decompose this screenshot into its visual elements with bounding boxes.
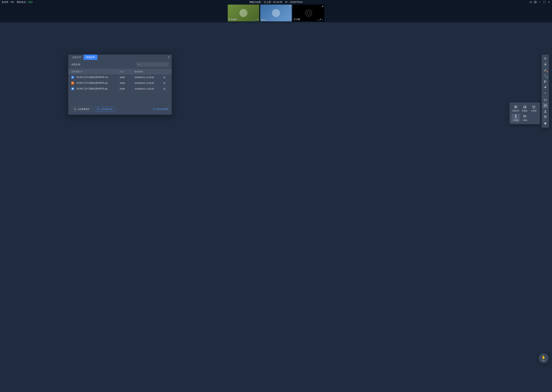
file-row[interactable]: W 2019年工作汇报情况查询等等.doc 200M 2020/06/23 12… (68, 74, 172, 80)
tool-move[interactable] (542, 62, 548, 67)
svg-point-17 (545, 117, 545, 117)
file-type-icon: 🖼 (71, 87, 74, 90)
tool-timer[interactable]: 计时器 (511, 114, 520, 122)
color-indicator-icon (546, 71, 548, 72)
alarm-icon (532, 105, 536, 109)
svg-point-14 (545, 93, 546, 94)
topbar-center-group: 神秘大自然 已上课：02:34:09 ID：2020070324 (249, 0, 302, 4)
tool-chat[interactable] (542, 114, 548, 120)
search-input-wrapper[interactable] (137, 62, 169, 67)
packet-loss-label: 丢包率： (1, 1, 11, 3)
upload-dynamic-button[interactable]: 上传动效文件 (94, 107, 115, 112)
tool-eraser[interactable] (542, 84, 548, 90)
file-name: 2019年工作汇报情况查询等等.doc (76, 76, 108, 79)
file-table-header: 文件名称 ▾ 大小 修改时间 (68, 69, 172, 74)
dialog-close-icon[interactable]: ✕ (168, 56, 170, 59)
minimize-icon[interactable] (538, 1, 541, 3)
svg-point-1 (535, 2, 536, 2)
search-icon (138, 63, 140, 66)
hand-raise-button[interactable]: ✋ 0/2 (538, 353, 549, 363)
packet-loss-value: 0% (11, 1, 14, 3)
participant-tile[interactable]: 叮当老师 ≡ 🎤 (228, 5, 259, 21)
col-header-name[interactable]: 文件名称 ▾ (71, 70, 120, 73)
participant-name: 叮当老师 (228, 18, 237, 21)
col-header-size[interactable]: 大小 (120, 70, 135, 73)
record-icon[interactable] (529, 1, 532, 3)
tool-screen-share[interactable]: 屏幕共享 (511, 104, 520, 113)
room-id-value: 2020070324 (290, 1, 303, 3)
signal-icon: ≡ (317, 19, 318, 21)
file-time: 2020/06/23 12:09:09 (135, 82, 163, 84)
col-header-time[interactable]: 修改时间 (135, 70, 163, 73)
tool-label: 小黑板 (522, 119, 527, 122)
search-input[interactable] (141, 63, 167, 66)
participant-tile[interactable]: ✕ Nina ◎ 🎤 (260, 5, 292, 21)
svg-point-12 (544, 80, 545, 81)
network-status: 网络状态：良好 (17, 0, 33, 4)
tool-responder[interactable]: 抢答器 (530, 104, 538, 113)
tool-answer[interactable]: 答题器 (520, 104, 529, 113)
screen-share-icon (514, 105, 518, 109)
color-indicator-icon (546, 77, 548, 78)
delete-icon[interactable]: 🗑 (163, 76, 166, 79)
file-type-icon: P (71, 82, 74, 84)
svg-point-18 (545, 117, 545, 117)
file-name: 2019年工作汇报情况查询等等.ppt (76, 82, 108, 84)
tool-label: 抢答器 (531, 110, 537, 112)
topbar-left-group: 丢包率：0% 网络状态：良好 (1, 0, 33, 4)
room-title: 神秘大自然 (249, 0, 261, 4)
tool-bell[interactable] (542, 121, 548, 126)
file-size: 200M (120, 88, 135, 90)
svg-point-3 (138, 64, 139, 65)
svg-rect-11 (524, 115, 526, 117)
participant-status-icons: ≡ 🎤 (254, 19, 258, 21)
tool-users[interactable] (542, 108, 548, 114)
hourglass-icon (514, 114, 518, 118)
tool-toolbox[interactable] (542, 103, 548, 108)
file-row[interactable]: 🖼 2019年工作汇报情况查询等等.jpg 200M 2020/06/23 12… (68, 86, 172, 92)
tool-pointer[interactable] (542, 56, 548, 62)
fullscreen-icon[interactable] (543, 1, 546, 3)
tool-label: 计时器 (513, 119, 518, 122)
tool-label: 答题器 (522, 110, 527, 112)
file-row[interactable]: P 2019年工作汇报情况查询等等.ppt 200M 2020/06/23 12… (68, 80, 172, 86)
classed-value: 02:34:09 (273, 1, 282, 3)
delete-icon[interactable]: 🗑 (163, 82, 166, 84)
dialog-footer: 上传普通课件 上传动效文件 文件支持类型 (68, 103, 172, 115)
signal-icon: ≡ (254, 19, 255, 21)
svg-point-13 (544, 82, 545, 83)
participant-name: 王小明 (294, 18, 300, 21)
delete-icon[interactable]: 🗑 (163, 87, 166, 90)
tool-blackboard[interactable]: 小黑板 (520, 114, 529, 122)
file-time: 2020/06/23 12:09:09 (135, 88, 163, 90)
upload-normal-button[interactable]: 上传普通课件 (71, 107, 92, 112)
room-id: ID：2020070324 (285, 0, 303, 4)
participant-status-icons: ≡ 🎤 🎙 (317, 19, 324, 21)
tab-local-files[interactable]: 本地文件 (84, 55, 97, 60)
tool-pen[interactable] (542, 67, 548, 73)
svg-point-16 (545, 110, 546, 111)
supported-types-link[interactable]: 文件支持类型 (153, 108, 169, 111)
tool-folder[interactable] (542, 97, 548, 103)
mic-icon: 🎤 (289, 19, 291, 21)
upload-normal-label: 上传普通课件 (77, 108, 89, 111)
network-value: 良好 (28, 1, 33, 3)
tool-text[interactable] (542, 73, 548, 79)
dialog-tabs: 云盘文件 本地文件 ✕ (68, 55, 172, 60)
document-icon (74, 108, 76, 110)
file-dialog: 云盘文件 本地文件 ✕ 全部文件 文件名称 ▾ 大小 修改时间 W 2019年工… (68, 55, 172, 115)
participant-video-strip: 叮当老师 ≡ 🎤 ✕ Nina ◎ 🎤 ✕ 王小明 ≡ 🎤 🎙 (0, 4, 552, 22)
all-files-label: 全部文件 (71, 63, 80, 66)
close-icon[interactable] (548, 1, 551, 3)
tool-label: 屏幕共享 (512, 110, 519, 112)
tab-cloud-files[interactable]: 云盘文件 (70, 55, 84, 60)
network-label: 网络状态： (17, 1, 28, 3)
tile-close-icon[interactable]: ✕ (322, 5, 324, 8)
supported-types-label: 文件支持类型 (156, 108, 169, 111)
tile-close-icon[interactable]: ✕ (289, 5, 291, 8)
mic-icon: 🎤 (256, 19, 258, 21)
tool-scissors[interactable] (542, 79, 548, 84)
gear-icon[interactable] (534, 1, 537, 3)
participant-tile[interactable]: ✕ 王小明 ≡ 🎤 🎙 (293, 5, 324, 21)
tool-brightness[interactable] (542, 90, 548, 96)
